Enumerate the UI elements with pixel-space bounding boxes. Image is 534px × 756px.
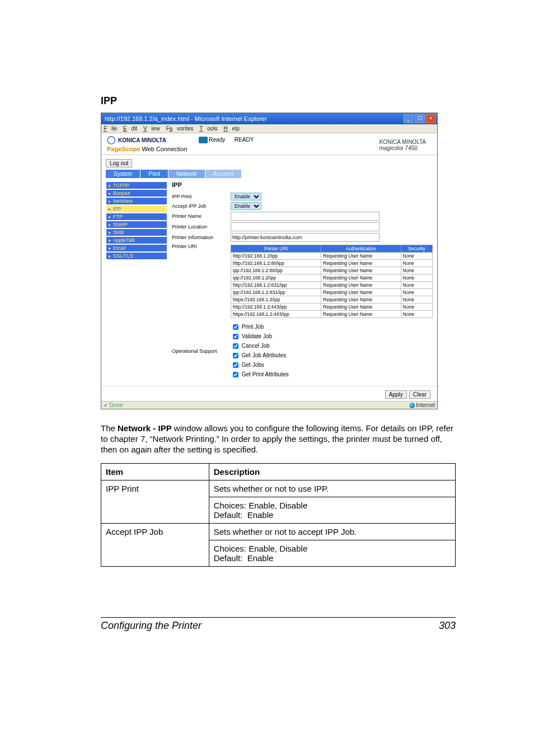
label-printer-name: Printer Name (172, 213, 231, 219)
table-row: http://192.168.1.2:80/ippRequesting User… (231, 260, 433, 267)
label-printer-location: Printer Location (172, 224, 231, 230)
logout-button[interactable]: Log out (106, 159, 132, 167)
globe-icon (409, 403, 415, 408)
left-nav: TCP/IP Bonjour NetWare IPP FTP SNMP SMB … (106, 181, 167, 381)
nav-ipp[interactable]: IPP (106, 205, 167, 213)
table-row: ipp://192.168.1.2/ippRequesting User Nam… (231, 274, 433, 282)
label-accept-job: Accept IPP Job (172, 203, 231, 209)
printer-status-icon (199, 137, 208, 143)
footer-title: Configuring the Printer (101, 620, 202, 632)
nav-snmp[interactable]: SNMP (106, 221, 167, 228)
chk-get-print-attr[interactable] (233, 372, 238, 377)
nav-netware[interactable]: NetWare (106, 197, 167, 205)
nav-appletalk[interactable]: AppleTalk (106, 236, 167, 244)
label-ipp-print: IPP Print (172, 194, 231, 199)
panel-title: IPP (172, 181, 433, 188)
settings-panel: IPP IPP Print Enable Accept IPP Job Enab… (167, 181, 433, 381)
label-printer-uri: Printer URI (172, 244, 231, 249)
description-paragraph: The Network - IPP window allows you to c… (101, 423, 456, 455)
uri-table: Printer URI Authentication Security http… (231, 245, 433, 318)
nav-bonjour[interactable]: Bonjour (106, 189, 167, 197)
browser-title: http://192.168.1.2/a_index.html - Micros… (105, 115, 267, 122)
chk-print-job[interactable] (233, 324, 238, 330)
tab-print[interactable]: Print (140, 170, 168, 178)
clear-button[interactable]: Clear (409, 390, 430, 399)
webconnection-label: Web Connection (142, 146, 187, 152)
chk-cancel-job[interactable] (233, 343, 238, 349)
page-number: 303 (439, 620, 456, 632)
th-description: Description (209, 463, 455, 480)
nav-ftp[interactable]: FTP (106, 213, 167, 221)
table-row: http://192.168.1.2/ippRequesting User Na… (231, 253, 433, 260)
th-item: Item (101, 463, 209, 480)
main-tabs: System Print Network Account (106, 170, 433, 178)
menu-tools[interactable]: Tools (199, 125, 217, 132)
cell-item: IPP Print (101, 480, 209, 523)
description-table: Item Description IPP Print Sets whether … (101, 463, 456, 567)
nav-tcpip[interactable]: TCP/IP (106, 181, 167, 189)
table-row: ipp://192.168.1.2:631/ippRequesting User… (231, 289, 433, 296)
status-label: Ready (209, 137, 225, 143)
cell-desc: Sets whether or not to accept IPP Job. (209, 523, 455, 540)
section-heading: IPP (101, 95, 456, 107)
input-printer-name[interactable] (231, 212, 380, 221)
brand-logo: ◯KONICA MINOLTA (107, 137, 188, 143)
close-icon[interactable]: × (426, 114, 436, 123)
tab-network[interactable]: Network (168, 170, 205, 178)
table-row: https://192.168.1.2:443/ippRequesting Us… (231, 311, 433, 318)
menu-view[interactable]: View (143, 125, 160, 132)
minimize-icon[interactable]: _ (404, 114, 414, 123)
apply-button[interactable]: Apply (385, 390, 407, 399)
table-row: ipp://192.168.1.2:80/ippRequesting User … (231, 267, 433, 274)
page-footer: Configuring the Printer 303 (101, 617, 456, 632)
menu-file[interactable]: File (104, 125, 117, 132)
printer-info: KONICA MINOLTA magicolor 7450 (379, 139, 426, 151)
uri-th-2: Authentication (321, 245, 401, 253)
tab-account[interactable]: Account (205, 170, 242, 178)
uri-th-1: Printer URI (231, 245, 321, 253)
menu-favorites[interactable]: Favorites (166, 125, 193, 132)
menu-help[interactable]: Help (223, 125, 240, 132)
cell-desc: Sets whether or not to use IPP. (209, 480, 455, 497)
nav-smb[interactable]: SMB (106, 228, 167, 236)
chk-get-jobs[interactable] (233, 362, 238, 368)
chk-validate-job[interactable] (233, 334, 238, 339)
cell-item: Accept IPP Job (101, 523, 209, 566)
label-printer-info: Printer Information (172, 235, 231, 240)
table-row: IPP Print Sets whether or not to use IPP… (101, 480, 456, 497)
browser-statusbar: ✔ Done Internet (101, 401, 437, 409)
nav-email[interactable]: Email (106, 244, 167, 252)
input-printer-location[interactable] (231, 222, 380, 231)
table-row: https://192.168.1.2/ippRequesting User N… (231, 296, 433, 304)
pagescope-header: ◯KONICA MINOLTA PageScope Web Connection… (101, 133, 437, 155)
pagescope-label: PageScope (107, 146, 140, 152)
browser-titlebar: http://192.168.1.2/a_index.html - Micros… (101, 113, 437, 124)
done-icon: ✔ (104, 402, 108, 408)
input-printer-info[interactable] (231, 233, 380, 242)
nav-ssltls[interactable]: SSL/TLS (106, 252, 167, 260)
cell-desc2: Choices: Enable, DisableDefault: Enable (209, 540, 455, 566)
uri-th-3: Security (401, 245, 432, 253)
menu-edit[interactable]: Edit (123, 125, 137, 132)
tab-system[interactable]: System (106, 170, 140, 178)
chk-get-job-attr[interactable] (233, 353, 238, 358)
select-accept-job[interactable]: Enable (231, 202, 261, 210)
browser-window: http://192.168.1.2/a_index.html - Micros… (101, 113, 438, 409)
select-ipp-print[interactable]: Enable (231, 193, 261, 200)
table-row: Accept IPP Job Sets whether or not to ac… (101, 523, 456, 540)
cell-desc2: Choices: Enable, DisableDefault: Enable (209, 497, 455, 523)
maximize-icon[interactable]: ☐ (415, 114, 425, 123)
table-row: http://192.168.1.2:443/ippRequesting Use… (231, 304, 433, 311)
browser-menubar: File Edit View Favorites Tools Help (101, 124, 437, 133)
status-header: READY (235, 137, 254, 143)
label-ops-support: Operational Support (172, 348, 231, 354)
table-row: http://192.168.1.2:631/ippRequesting Use… (231, 282, 433, 289)
